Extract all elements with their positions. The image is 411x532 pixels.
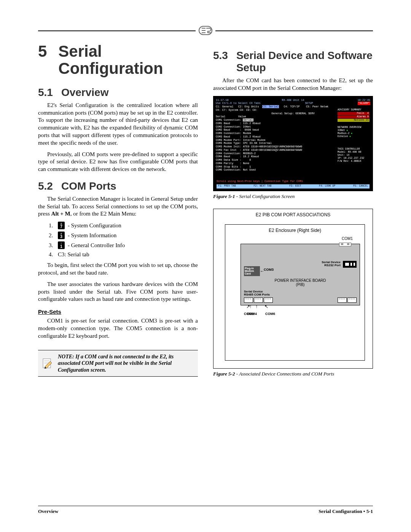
pib-board: COM1 Serial Device RS232 Port Plug-in Mo…: [241, 244, 360, 305]
pencil-note-icon: [42, 358, 53, 369]
body-text: Previously, all COM ports were pre-defin…: [38, 151, 198, 173]
menu-steps-list: 1. & 7 - System Configuration 2. # 3 - S…: [38, 222, 198, 258]
rs232-port-icon: [343, 261, 357, 268]
list-item: 3. ! 1 - General Controller Info: [49, 241, 198, 249]
section-5-2-heading: 5.2 COM Ports: [38, 180, 198, 192]
port-block-icon: [264, 297, 273, 303]
terminal-tabs: C1: General C2: Eng Units C3: Serial C4:…: [216, 105, 370, 109]
figure-5-1-terminal: 11-17-10 RX-400 Unit 14 10:22:45 Use Ctr…: [213, 96, 373, 191]
logo-icon: [196, 26, 215, 35]
section-5-1-heading: 5.1 Overview: [38, 86, 198, 99]
keycap-icon: ! 1: [58, 241, 65, 249]
chapter-heading: 5 Serial Configuration: [38, 43, 198, 77]
figure-5-2-caption: Figure 5-2 - Associated Device Connectio…: [213, 371, 373, 377]
body-text: To begin, first select the COM port you …: [38, 262, 198, 277]
port-block-icon: [338, 297, 347, 303]
rs232-label: Serial Device RS232 Port: [322, 261, 341, 267]
com1-port-icon: [339, 243, 351, 246]
port-block-icon: [244, 297, 253, 303]
body-text: The Serial Connection Manager is located…: [38, 195, 198, 218]
list-item: 1. & 7 - System Configuration: [49, 222, 198, 229]
terminal-fkeys: F1: PREV TAB F2: NEXT TAB F3: EDIT F4: L…: [217, 184, 370, 188]
presets-heading: Pre-Sets: [38, 308, 198, 315]
note-text: NOTE: If a COM card is not connected to …: [58, 354, 174, 373]
body-text: After the COM card has been connected to…: [213, 77, 373, 92]
arrow-up-icon: ↖: [264, 304, 268, 309]
keycap-icon: & 7: [58, 222, 65, 229]
arrow-up-icon: ↑: [255, 304, 258, 309]
header-rule: [38, 30, 373, 31]
body-text: E2's Serial Configuration is the central…: [38, 102, 198, 147]
port-block-icon: [347, 297, 357, 303]
list-item: 4. C3: Serial tab: [49, 251, 198, 258]
enclosure-box: E2 Enclosure (Right Side) COM1 Serial De…: [225, 224, 365, 361]
page-footer: Overview Serial Configuration • 5-1: [38, 506, 373, 514]
alarm-badge: *ALARM*: [358, 102, 370, 105]
note-callout: NOTE: If a COM card is not connected to …: [38, 350, 198, 377]
figure-5-2-diagram: E2 PIB COM PORT ASSOCIATIONS E2 Enclosur…: [213, 209, 373, 369]
chapter-number: 5: [38, 43, 47, 77]
section-5-3-heading: 5.3 Serial Device and Software Setup: [213, 50, 373, 74]
body-text: The user associates the various hardware…: [38, 281, 198, 303]
keycap-icon: # 3: [58, 232, 65, 239]
modem-card: Plug-in Modem Card: [244, 266, 260, 276]
arrow-up-icon: ↑: [249, 304, 252, 309]
list-item: 2. # 3 - System Information: [49, 232, 198, 239]
port-block-icon: [254, 297, 263, 303]
footer-left: Overview: [38, 508, 58, 514]
chapter-title: Serial Configuration: [58, 43, 198, 77]
body-text: COM1 is pre-set for serial connection. C…: [38, 317, 198, 340]
terminal-sidebar: ADVISORY SUMMARY Fails 4 Alarms 9 Notice…: [338, 109, 370, 163]
rs485-port-row: ↗ ↑ ↖ COM2 COM6 ↑ COM4: [244, 297, 357, 303]
figure-5-1-caption: Figure 5-1 - Serial Configuration Screen: [213, 193, 373, 200]
footer-right: Serial Configuration • 5-1: [319, 508, 373, 514]
